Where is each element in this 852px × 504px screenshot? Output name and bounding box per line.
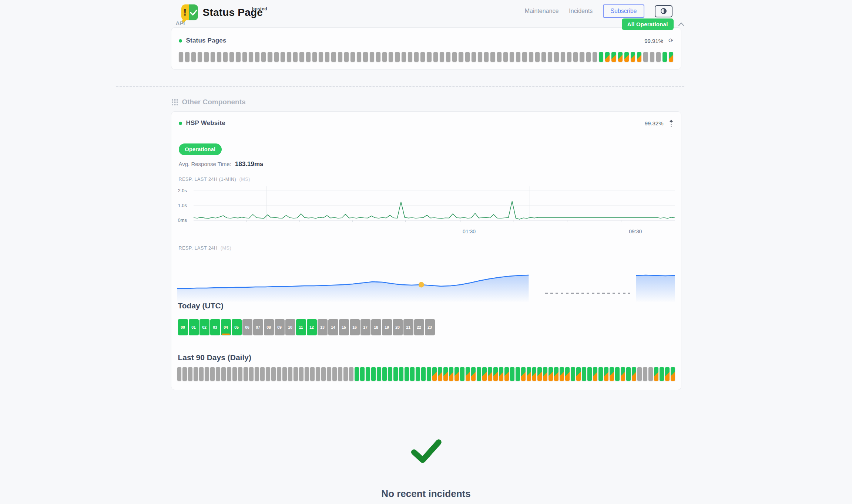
uptime-bar[interactable] [408, 52, 412, 62]
daily-uptime-bar[interactable] [410, 367, 415, 381]
uptime-bar[interactable] [255, 52, 259, 62]
logo[interactable]: ! Status Page hosted [181, 4, 263, 20]
uptime-bar[interactable] [344, 52, 349, 62]
uptime-bar[interactable] [261, 52, 266, 62]
uptime-bar[interactable] [274, 52, 279, 62]
daily-uptime-bar[interactable] [316, 367, 320, 381]
daily-uptime-bar[interactable] [615, 367, 620, 381]
daily-uptime-bar[interactable] [177, 367, 182, 381]
hour-cell-20[interactable]: 20 [393, 319, 403, 335]
component-row-hsp-website[interactable]: HSP Website 99.32% [177, 118, 675, 129]
daily-uptime-bar[interactable] [360, 367, 365, 381]
uptime-bar[interactable] [242, 52, 247, 62]
uptime-bar[interactable] [376, 52, 380, 62]
uptime-bar[interactable] [363, 52, 368, 62]
daily-uptime-bar[interactable] [516, 367, 520, 381]
uptime-bar[interactable] [586, 52, 591, 62]
uptime-bar[interactable] [446, 52, 450, 62]
uptime-bar[interactable] [548, 52, 552, 62]
daily-uptime-bar[interactable] [671, 367, 675, 381]
uptime-bar[interactable] [338, 52, 342, 62]
daily-uptime-bar[interactable] [454, 367, 459, 381]
uptime-bar[interactable] [650, 52, 654, 62]
daily-uptime-bar[interactable] [321, 367, 326, 381]
daily-uptime-bar[interactable] [532, 367, 537, 381]
uptime-bar[interactable] [669, 52, 673, 62]
uptime-bar[interactable] [191, 52, 196, 62]
uptime-bar[interactable] [490, 52, 495, 62]
daily-uptime-bar[interactable] [499, 367, 503, 381]
daily-uptime-bar[interactable] [327, 367, 331, 381]
uptime-bar[interactable] [433, 52, 438, 62]
hour-cell-18[interactable]: 18 [371, 319, 381, 335]
daily-uptime-bar[interactable] [205, 367, 209, 381]
daily-uptime-bar[interactable] [504, 367, 509, 381]
uptime-bar[interactable] [287, 52, 291, 62]
daily-uptime-bar[interactable] [260, 367, 265, 381]
daily-uptime-bar[interactable] [182, 367, 187, 381]
daily-uptime-bar[interactable] [665, 367, 670, 381]
daily-uptime-bar[interactable] [643, 367, 647, 381]
daily-uptime-bar[interactable] [255, 367, 259, 381]
daily-uptime-bar[interactable] [371, 367, 376, 381]
uptime-bar[interactable] [535, 52, 540, 62]
daily-uptime-bar[interactable] [565, 367, 570, 381]
daily-uptime-bar[interactable] [271, 367, 276, 381]
daily-uptime-bar[interactable] [194, 367, 198, 381]
subscribe-button[interactable]: Subscribe [603, 4, 644, 18]
uptime-bar[interactable] [624, 52, 629, 62]
daily-uptime-bar[interactable] [632, 367, 636, 381]
daily-uptime-bar[interactable] [604, 367, 608, 381]
hour-cell-05[interactable]: 05 [232, 319, 242, 335]
daily-uptime-bar[interactable] [477, 367, 481, 381]
daily-uptime-bar[interactable] [449, 367, 453, 381]
uptime-bar[interactable] [643, 52, 648, 62]
hour-cell-02[interactable]: 02 [199, 319, 209, 335]
uptime-bar[interactable] [637, 52, 641, 62]
hour-cell-03[interactable]: 03 [210, 319, 220, 335]
uptime-bar[interactable] [389, 52, 393, 62]
uptime-bar[interactable] [211, 52, 215, 62]
uptime-bar[interactable] [618, 52, 623, 62]
uptime-bar[interactable] [611, 52, 616, 62]
daily-uptime-bar[interactable] [443, 367, 448, 381]
hour-cell-10[interactable]: 10 [285, 319, 295, 335]
uptime-bar[interactable] [561, 52, 565, 62]
uptime-bar[interactable] [312, 52, 317, 62]
hour-cell-08[interactable]: 08 [264, 319, 274, 335]
daily-uptime-bar[interactable] [332, 367, 337, 381]
uptime-bar[interactable] [414, 52, 419, 62]
uptime-bar[interactable] [185, 52, 189, 62]
uptime-bar[interactable] [580, 52, 584, 62]
hour-cell-19[interactable]: 19 [382, 319, 392, 335]
daily-uptime-bar[interactable] [266, 367, 270, 381]
uptime-bar[interactable] [484, 52, 489, 62]
uptime-bar[interactable] [529, 52, 533, 62]
uptime-bar[interactable] [331, 52, 336, 62]
uptime-bar[interactable] [179, 52, 183, 62]
hour-cell-16[interactable]: 16 [350, 319, 360, 335]
uptime-bar[interactable] [217, 52, 221, 62]
uptime-bar[interactable] [350, 52, 355, 62]
uptime-bar[interactable] [236, 52, 240, 62]
uptime-bar[interactable] [306, 52, 311, 62]
uptime-bar[interactable] [573, 52, 578, 62]
daily-uptime-bar[interactable] [648, 367, 653, 381]
uptime-bar[interactable] [293, 52, 298, 62]
uptime-bar[interactable] [497, 52, 502, 62]
daily-uptime-bar[interactable] [621, 367, 625, 381]
uptime-bar[interactable] [249, 52, 253, 62]
uptime-bar[interactable] [268, 52, 272, 62]
hour-cell-07[interactable]: 07 [253, 319, 263, 335]
daily-uptime-bar[interactable] [310, 367, 315, 381]
uptime-bar[interactable] [605, 52, 610, 62]
daily-uptime-bar[interactable] [460, 367, 464, 381]
hour-cell-00[interactable]: 00 [178, 319, 188, 335]
uptime-bar[interactable] [516, 52, 520, 62]
uptime-bar[interactable] [325, 52, 329, 62]
daily-uptime-bar[interactable] [660, 367, 664, 381]
uptime-bar[interactable] [567, 52, 571, 62]
daily-uptime-bar[interactable] [537, 367, 542, 381]
hour-cell-13[interactable]: 13 [318, 319, 328, 335]
daily-uptime-bar[interactable] [598, 367, 603, 381]
